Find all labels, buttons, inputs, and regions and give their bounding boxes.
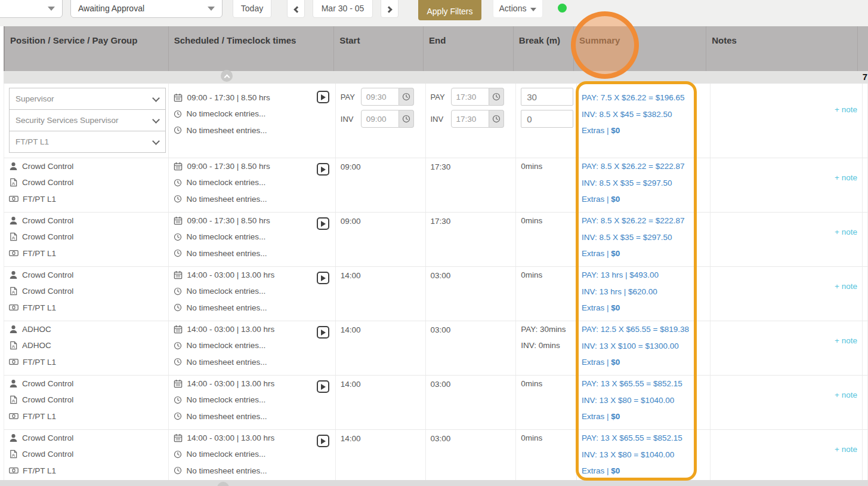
prev-week-button[interactable]: [287, 0, 305, 18]
start-value: 09:00: [341, 217, 361, 226]
position-cell: Crowd Control Crowd Control FT/PT L1: [4, 158, 169, 212]
collapse-toggle-button[interactable]: [221, 70, 233, 82]
break-inv-input[interactable]: [521, 110, 573, 128]
summary-inv-link[interactable]: INV: 13 X $100 = $1300.00: [582, 342, 679, 350]
calendar-icon: [174, 216, 183, 225]
actions-dropdown[interactable]: Actions: [493, 0, 543, 18]
time-picker-button[interactable]: [399, 110, 414, 128]
summary-extras-link[interactable]: Extras | $0: [582, 126, 620, 135]
summary-pay-link[interactable]: PAY: 13 X $65.55 = $852.15: [582, 379, 682, 388]
next-week-button[interactable]: [381, 0, 399, 18]
timeclock-status: No timeclock entries...: [186, 341, 265, 350]
table-row-editable: Supervisor Security Services Supervisor …: [4, 84, 868, 158]
scheduled-cell: 09:00 - 17:30 | 8.50 hrs No timeclock en…: [169, 158, 335, 212]
service-value: Crowd Control: [22, 232, 73, 241]
start-pay-input[interactable]: [361, 88, 399, 106]
summary-inv-link[interactable]: INV: 13 X $80 = $1040.00: [582, 396, 674, 405]
apply-filters-button[interactable]: Apply Filters: [418, 0, 481, 20]
column-header-scheduled: Scheduled / Timeclock times: [169, 26, 335, 71]
summary-pay-link[interactable]: PAY: 13 X $65.55 = $852.15: [582, 433, 682, 442]
calendar-icon: [174, 93, 183, 102]
add-note-link[interactable]: + note: [835, 105, 857, 114]
chevron-right-icon: [385, 6, 392, 13]
table-row: Crowd Control Crowd Control FT/PT L1 09:…: [4, 158, 868, 213]
bottom-scroll-strip[interactable]: [0, 480, 868, 486]
end-inv-input[interactable]: [451, 110, 489, 128]
add-note-link[interactable]: + note: [835, 173, 857, 182]
time-picker-button[interactable]: [489, 88, 504, 106]
pay-group-value: FT/PT L1: [23, 412, 56, 421]
collapse-toggle-button[interactable]: [217, 482, 229, 486]
scheduled-cell: 14:00 - 03:00 | 13.00 hrs No timeclock e…: [169, 321, 335, 375]
summary-extras-link[interactable]: Extras | $0: [582, 249, 620, 258]
add-note-link[interactable]: + note: [835, 336, 857, 345]
pay-group-select[interactable]: FT/PT L1: [9, 131, 166, 153]
status-filter-dropdown[interactable]: Awaiting Approval: [70, 0, 223, 18]
end-cell: 03:00: [426, 376, 517, 429]
summary-pay-link[interactable]: PAY: 8.5 X $26.22 = $222.87: [582, 162, 685, 171]
play-shift-button[interactable]: [317, 435, 329, 447]
calendar-icon: [174, 379, 183, 388]
date-range-label[interactable]: Mar 30 - 05: [313, 0, 373, 18]
summary-extras-link[interactable]: Extras | $0: [582, 358, 620, 367]
add-note-link[interactable]: + note: [835, 445, 857, 454]
play-shift-button[interactable]: [317, 272, 329, 284]
add-note-link[interactable]: + note: [835, 227, 857, 236]
document-icon: [9, 178, 18, 187]
pay-group-value: FT/PT L1: [23, 466, 56, 475]
end-value: 03:00: [431, 380, 451, 389]
summary-pay-link[interactable]: PAY: 13 hrs | $493.00: [582, 270, 659, 279]
notes-cell: + note: [711, 430, 863, 484]
start-inv-input[interactable]: [361, 110, 399, 128]
clock-icon: [402, 93, 410, 101]
summary-pay-link[interactable]: PAY: 7.5 X $26.22 = $196.65: [582, 93, 685, 102]
summary-cell: PAY: 13 X $65.55 = $852.15 INV: 13 X $80…: [577, 376, 711, 429]
break-value: INV: 0mins: [521, 337, 576, 353]
summary-pay-link[interactable]: PAY: 8.5 X $26.22 = $222.87: [582, 216, 685, 225]
play-shift-button[interactable]: [317, 217, 329, 230]
summary-inv-link[interactable]: INV: 8.5 X $35 = $297.50: [582, 233, 672, 242]
timesheet-status: No timesheet entries...: [186, 466, 267, 475]
summary-extras-link[interactable]: Extras | $0: [582, 195, 620, 204]
play-shift-button[interactable]: [317, 380, 329, 393]
clock-icon: [174, 412, 182, 420]
summary-inv-link[interactable]: INV: 13 hrs | $620.00: [582, 287, 657, 296]
chevron-left-icon: [294, 6, 300, 13]
summary-pay-link[interactable]: PAY: 12.5 X $65.55 = $819.38: [582, 325, 689, 334]
start-cell: PAY INV: [336, 84, 426, 158]
play-shift-button[interactable]: [317, 326, 329, 339]
time-picker-button[interactable]: [489, 110, 504, 128]
timesheet-status: No timesheet entries...: [186, 249, 267, 258]
table-row: Crowd Control Crowd Control FT/PT L1 09:…: [4, 213, 868, 267]
play-shift-button[interactable]: [317, 91, 329, 103]
time-picker-button[interactable]: [399, 88, 414, 106]
break-value: 0mins: [521, 430, 576, 446]
summary-extras-link[interactable]: Extras | $0: [582, 466, 620, 475]
position-select-value: Supervisor: [16, 94, 54, 103]
table-subheader-strip: 7: [4, 71, 868, 84]
calendar-icon: [174, 433, 183, 442]
filter-dropdown-secondary[interactable]: [0, 0, 63, 18]
summary-extras-link[interactable]: Extras | $0: [582, 303, 620, 312]
play-shift-button[interactable]: [317, 163, 329, 176]
timeclock-status: No timeclock entries...: [186, 232, 265, 241]
column-header-notes: Notes: [706, 26, 858, 71]
today-button[interactable]: Today: [233, 0, 271, 18]
service-value: Crowd Control: [22, 450, 73, 459]
scheduled-times: 09:00 - 17:30 | 8.50 hrs: [187, 216, 270, 225]
summary-extras-link[interactable]: Extras | $0: [582, 412, 620, 421]
extras-value: $0: [611, 126, 620, 135]
end-pay-input[interactable]: [451, 88, 489, 106]
add-note-link[interactable]: + note: [835, 390, 857, 399]
summary-inv-link[interactable]: INV: 8.5 X $35 = $297.50: [582, 179, 672, 187]
add-note-link[interactable]: + note: [835, 282, 857, 291]
summary-inv-link[interactable]: INV: 13 X $80 = $1040.00: [582, 450, 674, 459]
pay-label: PAY: [431, 93, 451, 101]
position-cell: Crowd Control Crowd Control FT/PT L1: [4, 213, 169, 266]
summary-cell: PAY: 8.5 X $26.22 = $222.87 INV: 8.5 X $…: [577, 213, 711, 266]
scheduled-times: 09:00 - 17:30 | 8.50 hrs: [187, 162, 270, 171]
position-select[interactable]: Supervisor: [9, 88, 166, 110]
summary-inv-link[interactable]: INV: 8.5 X $45 = $382.50: [582, 110, 672, 119]
service-select[interactable]: Security Services Supervisor: [9, 109, 166, 131]
break-pay-input[interactable]: [521, 88, 573, 106]
